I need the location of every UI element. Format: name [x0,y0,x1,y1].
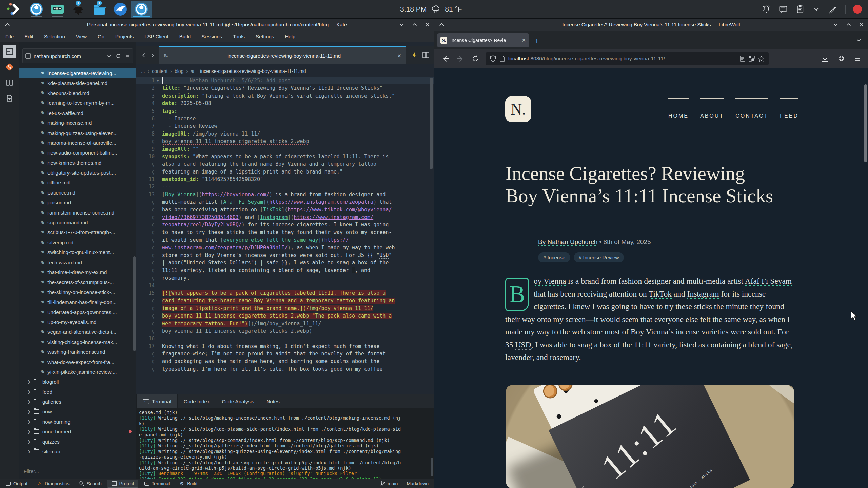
url-bar[interactable]: localhost:8080/blog/incense-cigarettes-r… [486,52,769,65]
history-back-icon[interactable] [141,52,147,58]
editor-line[interactable]: ςboy_vienna_11_11_incense_cigarette_stic… [136,312,434,320]
minimize-icon[interactable] [833,22,839,28]
chevron-right-icon[interactable]: ❯ [27,379,31,384]
product-photo[interactable]: 11:11 BOY VIENNA out of your mouth · sti… [506,385,794,488]
file-tree-item[interactable]: M↓ patience.md [19,188,136,198]
menu-item[interactable]: File [0,34,19,39]
file-tree-item[interactable]: M↓ washing-frankincense.md [19,347,136,357]
editor-line[interactable]: ςimage of a lipstick-print and the brand… [136,305,434,312]
file-tree-item[interactable]: M↓ incense-cigarettes-reviewing... [19,68,136,78]
editor-line[interactable]: 2title: "Incense Cigarettes? Reviewing B… [136,84,434,92]
file-tree-item[interactable]: M↓ tech-wizard.md [19,257,136,267]
chevron-right-icon[interactable]: ❯ [27,399,31,404]
browser-titlebar[interactable]: Incense Cigarettes? Reviewing Boy Vienna… [434,19,868,31]
bottom-tab[interactable]: >_ Code Analysis [216,394,260,409]
tag-pill[interactable]: # Incense Review [574,252,624,262]
folder-tree-item[interactable]: ❯ quizzes [19,436,136,446]
editor-line[interactable]: 13[Boy Vienna](https://boyvienna.com/) i… [136,191,434,198]
documents-tool-icon[interactable] [3,45,16,58]
file-tree-item[interactable]: M↓ vegan-and-alternative-diets-i... [19,327,136,337]
quick-open-icon[interactable] [412,52,417,59]
menu-item[interactable]: Sessions [196,34,228,39]
editor-line[interactable]: 14 [136,282,434,289]
statusbar-toolview-toggle[interactable]: Project [107,480,139,488]
site-nav-link[interactable]: ABOUT [700,98,724,119]
file-tree-item[interactable]: M↓ what-do-we-expect-from-fra... [19,357,136,367]
folder-tree-item[interactable]: ❯ galleries [19,397,136,407]
page-info-icon[interactable] [499,56,505,62]
maximize-icon[interactable] [412,22,418,28]
bottom-tab[interactable]: >_ Code Index [178,394,216,409]
author-avatar[interactable] [506,230,529,254]
diff-tool-icon[interactable] [3,76,16,89]
clock-weather-widget[interactable]: 3:18 PM 81 °F [400,0,462,18]
taskbar-falkon-icon[interactable] [110,1,131,18]
editor-line[interactable]: 12--- [136,183,434,190]
taskbar-inkscape-icon[interactable]: + [68,1,89,18]
folder-tree-item[interactable]: ❯ now-burning [19,417,136,427]
editor-line[interactable]: ςhas been receiving attention on [TikTok… [136,206,434,214]
editor-line[interactable]: 6 - Incense [136,115,434,122]
file-tree-item[interactable]: M↓ yi-xin-pikake-jasmine-review.... [19,367,136,377]
editor-line[interactable]: 15[![What appears to be a pack of cigare… [136,289,434,297]
site-nav-link[interactable]: CONTACT [735,98,768,119]
file-tree-item[interactable]: M↓ rammstein-incense-cones.md [19,207,136,217]
history-forward-icon[interactable] [149,52,155,58]
file-tree-item[interactable]: M↓ the-skinny-on-incense-stick-... [19,287,136,297]
editor-line[interactable]: 8imageURL: /img/boy_vienna_11_11/ [136,130,434,138]
keep-above-icon[interactable] [4,21,11,28]
new-file-tool-icon[interactable] [3,92,16,105]
menu-item[interactable]: Go [92,34,110,39]
clipboard-icon[interactable] [795,4,805,14]
new-tab-button[interactable]: + [535,37,539,45]
taskbar-librewolf-icon[interactable] [26,1,47,18]
menu-item[interactable]: View [71,34,92,39]
file-tree-item[interactable]: M↓ let-us-waffle.md [19,108,136,118]
menu-item[interactable]: Selection [39,34,71,39]
close-tab-icon[interactable]: ✕ [521,37,526,43]
document-tab[interactable]: M↓ incense-cigarettes-reviewing-boy-vien… [159,46,406,64]
text-editor[interactable]: 1▾ --- Nathan Upchurch: 5/6/25: Add post… [136,77,434,375]
reload-project-icon[interactable] [116,53,121,59]
keep-above-icon[interactable] [438,21,445,28]
editor-line[interactable]: ςto have to try these sticks the minute … [136,229,434,236]
menu-hamburger-icon[interactable] [854,55,861,62]
file-tree-item[interactable]: M↓ poison.md [19,198,136,207]
editor-line[interactable]: 1▾ --- Nathan Upchurch: 5/6/25: Add post [136,77,434,84]
editor-line[interactable]: 10synopsis: "What appears to be a pack o… [136,153,434,160]
file-tree-item[interactable]: M↓ the-secrets-of-scrumptious-... [19,277,136,287]
breadcrumb-part[interactable]: content [152,68,167,74]
container-tabs-icon[interactable] [749,56,755,62]
maximize-icon[interactable] [846,22,852,28]
tag-pill[interactable]: # Incense [538,252,570,262]
site-nav-link[interactable]: FEED [780,98,798,119]
editor-line[interactable]: ςmulti-media artist [Afaf_Fi_Seyam](http… [136,198,434,206]
file-tree-item[interactable]: M↓ underrated-apps-qownnotes.... [19,307,136,317]
editor-scrollbar[interactable] [430,78,433,169]
taskbar-cassette-icon[interactable] [47,1,68,18]
folder-tree-item[interactable]: ❯ blogroll [19,377,136,387]
file-tree-item[interactable]: M↓ kheouns-blend.md [19,88,136,98]
editor-line[interactable]: ςfragrance-wise; I'm not too proud to ad… [136,350,434,358]
editor-line[interactable]: 11mastodon_id: "114462578542598320" [136,176,434,183]
chevron-right-icon[interactable]: ❯ [27,439,31,444]
file-tree-item[interactable]: M↓ scribus-1-7-0-from-strength-... [19,227,136,237]
editor-line[interactable]: ςand packaging was the main draw here, a… [136,358,434,365]
editor-line[interactable]: ς| abbr("United States Dollars") | safe … [136,259,434,266]
menu-item[interactable]: Build [174,34,196,39]
file-tree-item[interactable]: M↓ offline.md [19,178,136,187]
file-tree-item[interactable]: M↓ scp-command.md [19,218,136,227]
chevron-right-icon[interactable]: ❯ [27,409,31,414]
editor-line[interactable]: 3description: "Taking a look at Boy Vien… [136,92,434,100]
bottom-tab[interactable]: >_ Notes [260,394,285,409]
page-scrollbar[interactable] [864,84,867,162]
file-tree-item[interactable]: M↓ making-incense.md [19,118,136,128]
file-tree-item[interactable]: M↓ learning-to-love-myrrh-by-m... [19,98,136,108]
editor-line[interactable]: ςwee temporary tattoo. Fun!")](/img/boy_… [136,320,434,327]
editor-line[interactable]: 4date: 2025-05-08 [136,100,434,107]
close-project-icon[interactable] [125,54,130,58]
menu-item[interactable]: Help [279,34,301,39]
notifications-bell-icon[interactable] [762,4,771,14]
terminal-output[interactable]: cense.md (njk)[11ty] Writing ./_site/blo… [136,408,434,479]
forward-icon[interactable] [457,55,464,62]
